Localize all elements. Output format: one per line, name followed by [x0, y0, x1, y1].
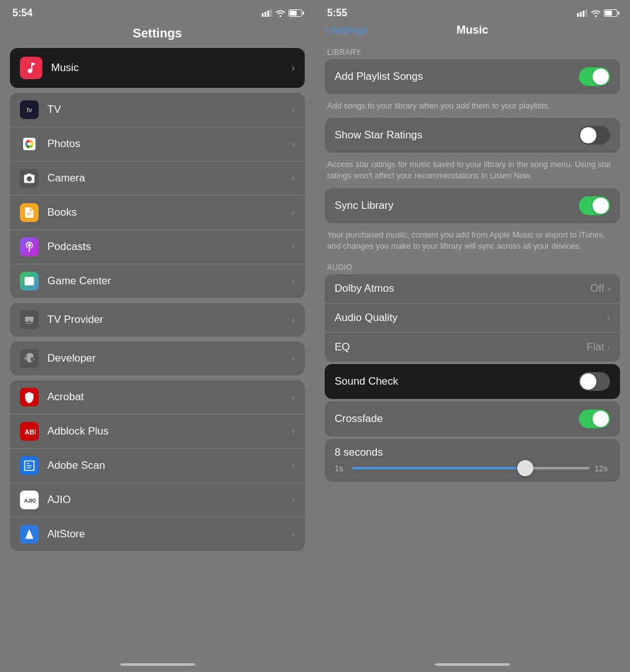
music-chevron-icon: › — [292, 62, 295, 74]
books-app-icon — [23, 206, 36, 219]
crossfade-settings-row[interactable]: Crossfade — [325, 401, 620, 436]
list-item-books[interactable]: Books › — [10, 196, 305, 230]
app-group-1: tv TV › — [10, 93, 305, 298]
app-group-3: Developer › — [10, 342, 305, 375]
acrobat-icon-wrap — [20, 388, 39, 406]
developer-chevron: › — [292, 353, 295, 364]
svg-point-5 — [27, 142, 31, 145]
eq-row[interactable]: EQ Flat › — [325, 333, 620, 362]
camera-label: Camera — [47, 172, 292, 185]
books-chevron: › — [292, 207, 295, 218]
left-content: Music › tv TV › — [0, 48, 315, 658]
svg-rect-10 — [583, 11, 585, 17]
list-item-adblock-plus[interactable]: ABP Adblock Plus › — [10, 415, 305, 449]
list-item-adobe-scan[interactable]: Adobe Scan › — [10, 449, 305, 483]
camera-chevron: › — [292, 173, 295, 184]
sync-library-description: Your purchased music, content you add fr… — [325, 226, 620, 258]
photos-label: Photos — [47, 138, 292, 150]
crossfade-toggle[interactable] — [579, 410, 610, 428]
crossfade-label: Crossfade — [335, 413, 579, 425]
star-ratings-label: Show Star Ratings — [335, 129, 579, 142]
list-item-altstore[interactable]: AltStore › — [10, 517, 305, 551]
books-label: Books — [47, 206, 292, 219]
time-right: 5:55 — [327, 7, 347, 19]
sound-check-row[interactable]: Sound Check — [325, 364, 620, 399]
list-item-camera[interactable]: Camera › — [10, 161, 305, 196]
list-item-photos[interactable]: Photos › — [10, 127, 305, 161]
sound-check-toggle[interactable] — [579, 372, 610, 391]
svg-rect-2 — [267, 11, 269, 17]
star-ratings-row[interactable]: Show Star Ratings — [325, 118, 620, 153]
list-item-podcasts[interactable]: Podcasts › — [10, 230, 305, 264]
game-center-icon-wrap — [20, 272, 39, 290]
svg-rect-1 — [265, 12, 267, 17]
adobe-scan-label: Adobe Scan — [47, 459, 292, 472]
books-icon-wrap — [20, 203, 39, 222]
sync-library-group: Sync Library — [325, 188, 620, 223]
status-icons-left — [262, 9, 302, 17]
adblock-icon-wrap: ABP — [20, 422, 39, 441]
add-playlist-toggle-knob — [593, 69, 609, 85]
slider-max-label: 12s — [594, 464, 610, 473]
adblock-app-icon: ABP — [23, 425, 36, 438]
add-playlist-group: Add Playlist Songs — [325, 59, 620, 94]
adobe-scan-app-icon — [23, 459, 36, 472]
dolby-atmos-row[interactable]: Dolby Atmos Off › — [325, 274, 620, 304]
add-playlist-label: Add Playlist Songs — [335, 70, 579, 83]
photos-chevron: › — [292, 138, 295, 150]
crossfade-slider-thumb[interactable] — [517, 460, 533, 476]
music-note-icon — [24, 61, 38, 75]
back-button[interactable]: ‹ Settings — [325, 23, 368, 37]
svg-text:AJIO: AJIO — [24, 497, 36, 504]
time-left: 5:54 — [12, 7, 32, 19]
developer-label: Developer — [47, 352, 292, 365]
adblock-chevron: › — [292, 426, 295, 437]
music-app-icon — [20, 57, 42, 79]
game-center-chevron: › — [292, 276, 295, 287]
music-row[interactable]: Music › — [10, 48, 305, 88]
back-chevron-icon: ‹ — [325, 23, 329, 37]
list-item-game-center[interactable]: Game Center › — [10, 264, 305, 298]
list-item-acrobat[interactable]: Acrobat › — [10, 380, 305, 415]
altstore-chevron: › — [292, 529, 295, 540]
sound-check-toggle-knob — [580, 373, 596, 390]
ajio-label: AJIO — [47, 494, 292, 506]
ajio-icon-wrap: AJIO — [20, 491, 39, 509]
crossfade-row[interactable]: Crossfade — [325, 401, 620, 436]
signal-icon-right — [577, 9, 588, 17]
library-section-label: LIBRARY — [325, 43, 620, 59]
sync-library-row[interactable]: Sync Library — [325, 188, 620, 223]
crossfade-slider-track[interactable] — [352, 467, 589, 469]
ajio-app-icon: AJIO — [23, 494, 36, 506]
game-center-app-icon — [23, 275, 36, 287]
list-item-tv-provider[interactable]: TV Provider › — [10, 303, 305, 337]
slider-min-label: 1s — [335, 464, 347, 473]
right-panel: 5:55 ‹ Settings Music L — [315, 0, 630, 672]
camera-icon-wrap — [20, 169, 39, 188]
camera-app-icon — [23, 172, 36, 185]
add-playlist-row[interactable]: Add Playlist Songs — [325, 59, 620, 94]
back-label: Settings — [330, 24, 368, 37]
app-group-2: TV Provider › — [10, 303, 305, 337]
list-item-developer[interactable]: Developer › — [10, 342, 305, 375]
audio-settings-group: Dolby Atmos Off › Audio Quality › EQ Fla… — [325, 274, 620, 362]
svg-rect-8 — [577, 13, 579, 17]
home-indicator-left — [120, 663, 195, 666]
star-ratings-toggle[interactable] — [579, 126, 610, 145]
tv-chevron: › — [292, 104, 295, 115]
add-playlist-toggle[interactable] — [579, 67, 610, 86]
game-center-label: Game Center — [47, 275, 292, 287]
music-label: Music — [51, 62, 292, 74]
audio-quality-chevron: › — [607, 312, 610, 324]
slider-track-wrap: 1s 12s — [335, 464, 610, 473]
audio-quality-row[interactable]: Audio Quality › — [325, 304, 620, 333]
right-content: LIBRARY Add Playlist Songs Add songs to … — [315, 43, 630, 658]
altstore-label: AltStore — [47, 528, 292, 540]
crossfade-toggle-knob — [593, 411, 609, 427]
eq-label: EQ — [335, 341, 586, 353]
dolby-atmos-chevron: › — [607, 283, 610, 294]
list-item-ajio[interactable]: AJIO AJIO › — [10, 483, 305, 517]
battery-icon-right — [604, 9, 618, 17]
list-item-tv[interactable]: tv TV › — [10, 93, 305, 127]
sync-library-toggle[interactable] — [579, 196, 610, 215]
